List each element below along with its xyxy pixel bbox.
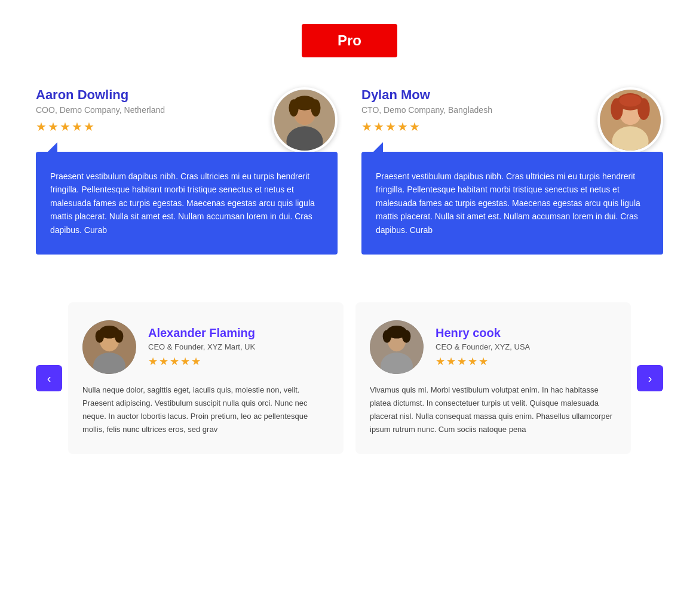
henry-text: Vivamus quis mi. Morbi vestibulum volutp…: [370, 384, 617, 436]
testimonial-card-henry: Henry cook CEO & Founder, XYZ, USA ★★★★★…: [355, 302, 631, 454]
carousel-cards: Alexander Flaming CEO & Founder, XYZ Mar…: [68, 302, 631, 454]
dylan-avatar: [597, 87, 663, 153]
dylan-text: Praesent vestibulum dapibus nibh. Cras u…: [376, 170, 649, 237]
alexander-body: Nulla neque dolor, sagittis eget, iaculi…: [82, 384, 329, 436]
svg-point-24: [383, 330, 391, 343]
henry-avatar-placeholder: [370, 320, 424, 374]
henry-card-header: Henry cook CEO & Founder, XYZ, USA ★★★★★: [370, 320, 617, 374]
testimonial-top-aaron: Aaron Dowling COO, Demo Company, Netherl…: [36, 87, 338, 255]
alexander-info: Alexander Flaming CEO & Founder, XYZ Mar…: [148, 326, 255, 368]
dylan-speech-box: Praesent vestibulum dapibus nibh. Cras u…: [361, 152, 663, 255]
alexander-avatar-placeholder: [82, 320, 136, 374]
alexander-stars: ★★★★★: [148, 355, 255, 368]
top-testimonials: Aaron Dowling COO, Demo Company, Netherl…: [36, 87, 663, 255]
alexander-title: CEO & Founder, XYZ Mart, UK: [148, 342, 255, 351]
alexander-avatar: [82, 320, 136, 374]
aaron-avatar-placeholder: [274, 90, 335, 151]
svg-point-6: [311, 99, 320, 117]
testimonial-top-dylan: Dylan Mow CTO, Demo Company, Bangladesh …: [361, 87, 663, 255]
aaron-avatar-svg: [274, 87, 335, 153]
dylan-avatar-svg: [600, 87, 661, 153]
henry-avatar-svg: [370, 320, 424, 374]
alexander-name: Alexander Flaming: [148, 326, 255, 340]
alexander-avatar-svg: [82, 320, 136, 374]
carousel-next-button[interactable]: ›: [637, 365, 663, 391]
testimonial-card-alexander: Alexander Flaming CEO & Founder, XYZ Mar…: [68, 302, 344, 454]
svg-point-13: [620, 94, 642, 106]
svg-point-19: [115, 330, 123, 343]
henry-name: Henry cook: [436, 326, 530, 340]
aaron-avatar: [272, 87, 338, 153]
alexander-card-header: Alexander Flaming CEO & Founder, XYZ Mar…: [82, 320, 329, 374]
henry-stars: ★★★★★: [436, 355, 530, 368]
aaron-text: Praesent vestibulum dapibus nibh. Cras u…: [50, 170, 323, 237]
henry-info: Henry cook CEO & Founder, XYZ, USA ★★★★★: [436, 326, 530, 368]
alexander-text: Nulla neque dolor, sagittis eget, iaculi…: [82, 384, 329, 436]
pro-badge: Pro: [302, 24, 397, 57]
dylan-avatar-placeholder: [600, 90, 661, 151]
henry-title: CEO & Founder, XYZ, USA: [436, 342, 530, 351]
carousel-prev-button[interactable]: ‹: [36, 365, 62, 391]
aaron-speech-box: Praesent vestibulum dapibus nibh. Cras u…: [36, 152, 338, 255]
svg-point-18: [96, 330, 104, 343]
henry-body: Vivamus quis mi. Morbi vestibulum volutp…: [370, 384, 617, 436]
svg-point-5: [289, 99, 298, 117]
carousel-section: ‹: [36, 302, 663, 454]
page-wrapper: Pro Aaron Dowling COO, Demo Company, Net…: [0, 0, 699, 478]
henry-avatar: [370, 320, 424, 374]
pro-badge-wrapper: Pro: [36, 24, 663, 57]
svg-point-25: [402, 330, 410, 343]
